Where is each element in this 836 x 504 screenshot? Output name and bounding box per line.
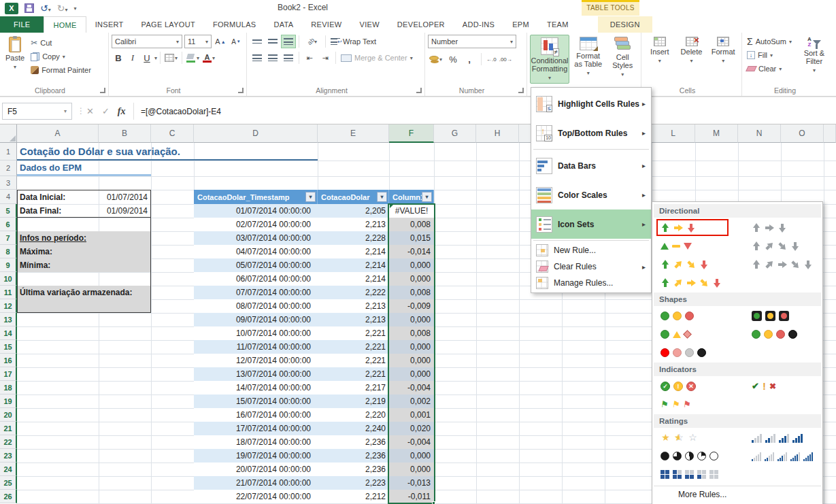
- cell-E5[interactable]: 2,205: [318, 204, 389, 218]
- cell-D26[interactable]: 22/07/2014 00:00:00: [194, 490, 318, 503]
- cell-D6[interactable]: 02/07/2014 00:00:00: [194, 218, 318, 231]
- column-header-D[interactable]: D: [194, 124, 318, 143]
- conditional-formatting-button[interactable]: Conditional Formatting ▾: [530, 35, 569, 84]
- cell-E17[interactable]: 2,221: [318, 367, 389, 381]
- row-header-8[interactable]: 8: [0, 245, 17, 258]
- cell-A9[interactable]: Mínima:: [17, 258, 151, 272]
- increase-indent-button[interactable]: ⇥: [318, 51, 333, 65]
- row-header-19[interactable]: 19: [0, 394, 17, 408]
- tab-view[interactable]: VIEW: [351, 16, 388, 33]
- row-header-18[interactable]: 18: [0, 381, 17, 394]
- save-icon[interactable]: [24, 3, 34, 13]
- iconset-5-arrows-colored[interactable]: [656, 274, 726, 291]
- cell-D17[interactable]: 13/07/2014 00:00:00: [194, 367, 318, 381]
- select-all-corner[interactable]: [0, 124, 17, 143]
- cell-E11[interactable]: 2,222: [318, 286, 389, 299]
- number-format-combo[interactable]: Number▾: [428, 35, 516, 48]
- top-align-button[interactable]: [250, 35, 265, 48]
- cell-D19[interactable]: 15/07/2014 00:00:00: [194, 394, 318, 408]
- name-box[interactable]: F5▾: [2, 103, 72, 120]
- cell-F21[interactable]: 0,020: [389, 422, 434, 435]
- cell-B5[interactable]: 01/09/2014: [99, 204, 151, 218]
- cell-D20[interactable]: 16/07/2014 00:00:00: [194, 408, 318, 422]
- iconset-4-traffic-lights[interactable]: [748, 326, 801, 343]
- cell-E24[interactable]: 2,236: [318, 463, 389, 476]
- row-header-12[interactable]: 12: [0, 299, 17, 313]
- column-header-H[interactable]: H: [476, 124, 519, 143]
- cancel-icon[interactable]: ✕: [86, 106, 94, 116]
- insert-cells-button[interactable]: Insert▾: [644, 35, 675, 66]
- cell-D7[interactable]: 03/07/2014 00:00:00: [194, 231, 318, 245]
- clipboard-dialog-launcher[interactable]: [100, 88, 105, 93]
- cell-D10[interactable]: 06/07/2014 00:00:00: [194, 272, 318, 286]
- cell-B4[interactable]: 01/07/2014: [99, 190, 151, 204]
- column-header-C[interactable]: C: [151, 124, 194, 143]
- cell-E26[interactable]: 2,212: [318, 490, 389, 503]
- merge-center-button[interactable]: Merge & Center▾: [339, 51, 415, 65]
- iconset-4-arrows-colored[interactable]: [656, 256, 713, 273]
- italic-button[interactable]: I: [126, 51, 139, 65]
- row-header-13[interactable]: 13: [0, 313, 17, 326]
- cell-A8[interactable]: Máxima:: [17, 245, 151, 258]
- cell-F18[interactable]: -0,004: [389, 381, 434, 394]
- center-button[interactable]: [265, 51, 280, 65]
- tab-data[interactable]: DATA: [265, 16, 302, 33]
- cell-E13[interactable]: 2,213: [318, 313, 389, 326]
- row-header-15[interactable]: 15: [0, 340, 17, 354]
- cell-D8[interactable]: 04/07/2014 00:00:00: [194, 245, 318, 258]
- decrease-indent-button[interactable]: ⇤: [302, 51, 317, 65]
- cell-E18[interactable]: 2,217: [318, 381, 389, 394]
- iconset-3-arrows-colored[interactable]: [656, 219, 729, 236]
- bottom-align-button[interactable]: [281, 35, 296, 48]
- column-header-G[interactable]: G: [434, 124, 476, 143]
- row-header-16[interactable]: 16: [0, 354, 17, 367]
- accounting-format-button[interactable]: ▾: [428, 52, 444, 66]
- borders-button[interactable]: ▾: [163, 51, 179, 65]
- column-header-N[interactable]: N: [738, 124, 781, 143]
- cell-F24[interactable]: 0,000: [389, 463, 434, 476]
- cell-F7[interactable]: 0,015: [389, 231, 434, 245]
- cut-button[interactable]: ✂Cut: [29, 36, 93, 50]
- column-header-A[interactable]: A: [17, 124, 99, 143]
- column-header-L[interactable]: L: [652, 124, 695, 143]
- iconset-5-boxes[interactable]: [656, 466, 722, 483]
- cell-E8[interactable]: 2,214: [318, 245, 389, 258]
- decrease-font-button[interactable]: A▼: [229, 35, 243, 48]
- tab-team[interactable]: TEAM: [538, 16, 578, 33]
- cell-A11[interactable]: Última variação armazenada:: [17, 286, 151, 299]
- cell-E14[interactable]: 2,221: [318, 326, 389, 340]
- cell-D16[interactable]: 12/07/2014 00:00:00: [194, 354, 318, 367]
- format-cells-button[interactable]: Format▾: [707, 35, 739, 66]
- column-header-B[interactable]: B: [99, 124, 151, 143]
- table-header-D4[interactable]: CotacaoDolar_Timestamp▾: [194, 190, 318, 204]
- cell-E12[interactable]: 2,213: [318, 299, 389, 313]
- cell-D5[interactable]: 01/07/2014 00:00:00: [194, 204, 318, 218]
- menu-item-top-bottom-rules[interactable]: Top/Bottom Rules: [531, 118, 651, 148]
- underline-button[interactable]: U: [140, 51, 154, 65]
- font-name-combo[interactable]: Calibri▾: [112, 35, 182, 48]
- iconset-3-traffic-lights-rimmed[interactable]: [748, 307, 793, 324]
- tab-review[interactable]: REVIEW: [302, 16, 350, 33]
- cell-A7[interactable]: Infos no período:: [17, 231, 151, 245]
- undo-button[interactable]: ↺▾: [40, 2, 51, 14]
- increase-decimal-button[interactable]: ←.0: [486, 56, 497, 63]
- menu-item-new-rule[interactable]: New Rule...: [531, 242, 651, 258]
- row-header-6[interactable]: 6: [0, 218, 17, 231]
- iconset-3-arrows-gray[interactable]: [748, 219, 791, 236]
- row-header-2[interactable]: 2: [0, 161, 17, 176]
- column-header-M[interactable]: M: [695, 124, 738, 143]
- row-header-25[interactable]: 25: [0, 476, 17, 490]
- autosum-button[interactable]: ΣAutoSum▾: [745, 35, 794, 48]
- menu-item-icon-sets[interactable]: Icon Sets: [531, 209, 651, 239]
- row-header-7[interactable]: 7: [0, 231, 17, 245]
- decrease-decimal-button[interactable]: .00→: [499, 56, 512, 63]
- row-header-17[interactable]: 17: [0, 367, 17, 381]
- font-color-button[interactable]: A▾: [201, 51, 216, 65]
- middle-align-button[interactable]: [265, 35, 280, 48]
- tab-formulas[interactable]: FORMULAS: [204, 16, 265, 33]
- fill-button[interactable]: ↓Fill▾: [745, 48, 794, 62]
- cell-F15[interactable]: 0,000: [389, 340, 434, 354]
- menu-item-data-bars[interactable]: Data Bars: [531, 151, 651, 180]
- menu-item-color-scales[interactable]: Color Scales: [531, 180, 651, 209]
- cell-D11[interactable]: 07/07/2014 00:00:00: [194, 286, 318, 299]
